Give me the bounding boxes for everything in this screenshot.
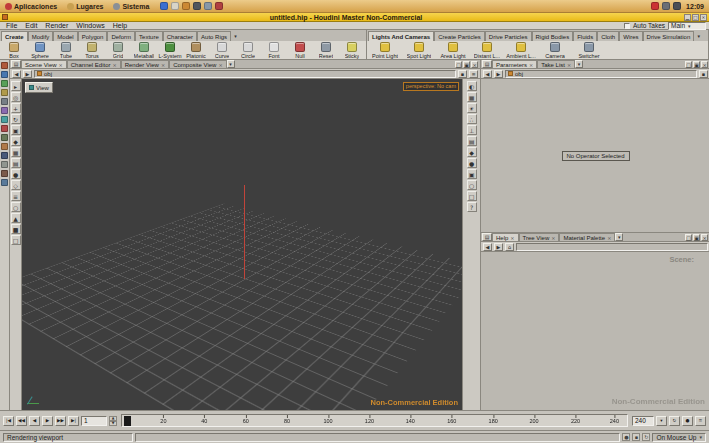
wireframe-toggle-icon[interactable]: ▦ [467, 92, 477, 102]
side-tool-icon[interactable] [1, 179, 8, 186]
help-back-button[interactable]: ◀ [483, 243, 492, 251]
viewport[interactable]: View perspective: No cam Non-Commercial … [22, 79, 462, 410]
side-tool-icon[interactable] [1, 89, 8, 96]
browser-launcher-icon[interactable] [160, 2, 168, 10]
jump-end-button[interactable]: ▶| [68, 416, 79, 426]
auto-takes-checkbox[interactable] [624, 23, 630, 29]
shelf-tab[interactable]: Cloth [597, 31, 619, 41]
network-tray-icon[interactable] [662, 2, 670, 10]
pane-tab[interactable]: Help × [492, 233, 519, 241]
memory-indicator-icon[interactable]: ▪ [632, 433, 640, 441]
shelf-tool[interactable]: Sticky [339, 42, 365, 59]
tab-close-icon[interactable]: × [529, 62, 533, 68]
path-forward-button[interactable]: ▶ [23, 70, 32, 78]
shelf-tool[interactable]: Font [261, 42, 287, 59]
pane-menu-button[interactable]: ▤ [482, 60, 492, 68]
pane-split-button[interactable]: ▣ [463, 61, 470, 68]
shelf-tool[interactable]: Metaball [131, 42, 157, 59]
tab-list-button[interactable]: ▾ [227, 60, 235, 68]
desktop-selector[interactable]: Main ▾ [668, 22, 706, 30]
shelf-tab[interactable]: Fluids [573, 31, 597, 41]
shelf-tool[interactable]: Circle [235, 42, 261, 59]
shelf-tab[interactable]: Modify [28, 31, 54, 41]
path-back-button[interactable]: ◀ [12, 70, 21, 78]
group-display-icon[interactable]: ◆ [467, 147, 477, 157]
menu-item[interactable]: Render [42, 22, 71, 29]
anim-options-button[interactable]: ≡ [695, 416, 706, 426]
menu-item[interactable]: File [3, 22, 20, 29]
scale-tool-icon[interactable]: ▣ [11, 125, 21, 135]
shelf-tool[interactable]: Spot Light [402, 42, 436, 59]
shelf-tab[interactable]: Rigid Bodies [532, 31, 574, 41]
side-tool-icon[interactable] [1, 161, 8, 168]
shade-mode-icon[interactable]: ◐ [467, 81, 477, 91]
tab-close-icon[interactable]: × [218, 62, 222, 68]
realtime-toggle-button[interactable]: ● [682, 416, 693, 426]
play-back-button[interactable]: ◀ [29, 416, 40, 426]
step-forward-button[interactable]: ▶▶ [55, 416, 66, 426]
end-frame-field[interactable]: 240 [632, 416, 654, 426]
clock[interactable]: 12:09 [684, 3, 706, 10]
side-tool-icon[interactable] [1, 134, 8, 141]
shelf-tool[interactable]: L-System [157, 42, 183, 59]
shelf-tab[interactable]: Character [163, 31, 197, 41]
update-tray-icon[interactable] [651, 2, 659, 10]
shelf-tool[interactable]: Point Light [368, 42, 402, 59]
side-tool-icon[interactable] [1, 143, 8, 150]
pane-maximize-button[interactable]: □ [685, 234, 692, 241]
tab-list-button[interactable]: ▾ [615, 233, 623, 241]
shelf-tab[interactable]: Texture [135, 31, 163, 41]
construction-plane-icon[interactable]: ◇ [11, 180, 21, 190]
side-tool-icon[interactable] [1, 116, 8, 123]
desktop-menu[interactable]: Sistema [111, 3, 151, 10]
home-button[interactable]: ⌂ [505, 243, 514, 251]
tab-close-icon[interactable]: × [510, 235, 514, 241]
shelf-tool[interactable]: Distant L... [470, 42, 504, 59]
pane-tab[interactable]: Composite View × [169, 60, 226, 68]
side-tool-icon[interactable] [1, 152, 8, 159]
pane-split-button[interactable]: ▣ [693, 61, 700, 68]
network-path-field[interactable]: obj [34, 70, 456, 78]
path-back-button[interactable]: ◀ [483, 70, 492, 78]
close-button[interactable]: × [700, 14, 707, 21]
menu-item[interactable]: Edit [22, 22, 40, 29]
terminal-launcher-icon[interactable] [193, 2, 201, 10]
grid-toggle-icon[interactable]: ▤ [467, 136, 477, 146]
render-region-icon[interactable]: ▲ [11, 213, 21, 223]
pane-tab[interactable]: Take List × [537, 60, 575, 68]
view-options-icon[interactable]: ▣ [467, 169, 477, 179]
auto-update-icon[interactable]: ↻ [642, 433, 650, 441]
shelf-tab[interactable]: Model [53, 31, 77, 41]
pane-tab[interactable]: Scene View × [21, 60, 67, 68]
view-mode-icon[interactable]: ◎ [11, 92, 21, 102]
flipbook-icon[interactable]: ■ [11, 224, 21, 234]
tab-list-button[interactable]: ▾ [575, 60, 583, 68]
pane-tab[interactable]: Channel Editor × [67, 60, 121, 68]
help-forward-button[interactable]: ▶ [494, 243, 503, 251]
timeline-ruler[interactable]: 20 40 60 80 100 120 140 160 180 200 220 … [121, 414, 628, 427]
side-tool-icon[interactable] [1, 107, 8, 114]
pane-tab[interactable]: Tree View × [519, 233, 560, 241]
side-tool-icon[interactable] [1, 98, 8, 105]
step-back-button[interactable]: ◀◀ [16, 416, 27, 426]
window-titlebar[interactable]: untitled.hip - Houdini Master Non-Commer… [0, 13, 709, 22]
help-launcher-icon[interactable] [182, 2, 190, 10]
rotate-tool-icon[interactable]: ↻ [11, 114, 21, 124]
view-menu-button[interactable]: View [25, 82, 53, 93]
toolbar-menu-button[interactable]: ≡ [469, 70, 478, 78]
frame-down-button[interactable]: ▼ [109, 421, 117, 426]
update-mode-selector[interactable]: On Mouse Up ▾ [652, 433, 706, 442]
tab-close-icon[interactable]: × [112, 62, 116, 68]
minimize-button[interactable]: ▁ [684, 14, 691, 21]
mail-launcher-icon[interactable] [171, 2, 179, 10]
loop-mode-button[interactable]: ↻ [669, 416, 680, 426]
shelf-tool[interactable]: Box [1, 42, 27, 59]
shelf-tab-menu-button[interactable]: ▾ [231, 31, 240, 41]
points-display-icon[interactable]: ∴ [467, 114, 477, 124]
lighting-toggle-icon[interactable]: ☀ [467, 103, 477, 113]
pane-tab[interactable]: Render View × [121, 60, 169, 68]
pane-split-button[interactable]: ▣ [693, 234, 700, 241]
snap-grid-icon[interactable]: ▤ [11, 158, 21, 168]
side-tool-icon[interactable] [1, 125, 8, 132]
tab-close-icon[interactable]: × [567, 62, 571, 68]
